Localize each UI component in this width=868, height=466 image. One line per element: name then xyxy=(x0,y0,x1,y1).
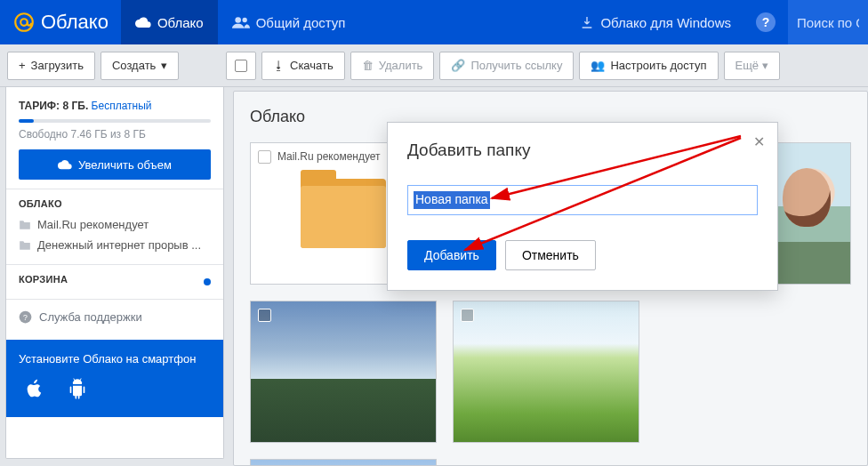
add-folder-modal: ✕ Добавить папку Новая папка Добавить От… xyxy=(387,122,778,291)
brand-text: Облако xyxy=(41,11,108,34)
modal-confirm-button[interactable]: Добавить xyxy=(407,240,496,270)
help-button[interactable]: ? xyxy=(756,12,776,32)
question-icon: ? xyxy=(19,310,32,324)
sidebar-trash-header: КОРЗИНА xyxy=(19,274,68,285)
share-settings-button[interactable]: 👥Настроить доступ xyxy=(579,52,718,80)
main-pane: Облако Mail.Ru рекомендует ✕ xyxy=(224,87,868,466)
delete-button[interactable]: 🗑Удалить xyxy=(350,52,435,80)
sidebar-item-label: Денежный интернет прорыв ... xyxy=(37,238,201,252)
at-icon xyxy=(12,11,36,34)
trash-icon: 🗑 xyxy=(362,59,374,72)
tile-checkbox[interactable] xyxy=(258,150,271,164)
modal-close-button[interactable]: ✕ xyxy=(749,132,768,151)
people-icon xyxy=(232,16,250,28)
download-windows-link[interactable]: Облако для Windows xyxy=(567,15,743,30)
folder-icon xyxy=(19,240,31,251)
search-input[interactable] xyxy=(797,15,859,30)
create-label: Создать xyxy=(112,59,156,72)
download-icon xyxy=(580,15,594,29)
upload-button[interactable]: +Загрузить xyxy=(7,52,95,80)
download-windows-label: Облако для Windows xyxy=(600,15,731,30)
tile-checkbox[interactable] xyxy=(461,309,474,322)
storage-bar xyxy=(19,119,211,123)
cloud-icon xyxy=(135,16,151,28)
more-button[interactable]: Ещё ▾ xyxy=(724,52,781,80)
tile-caption: Mail.Ru рекомендует xyxy=(277,150,381,163)
chevron-down-icon: ▾ xyxy=(762,59,768,72)
download-button[interactable]: ⭳Скачать xyxy=(261,52,345,80)
support-link[interactable]: ? Служба поддержки xyxy=(6,300,223,334)
share-label: Настроить доступ xyxy=(610,59,706,72)
upload-label: Загрузить xyxy=(31,59,84,72)
sidebar-cloud-header: ОБЛАКО xyxy=(19,198,211,209)
sidebar: ТАРИФ: 8 ГБ. Бесплатный Свободно 7.46 ГБ… xyxy=(5,87,224,459)
getlink-label: Получить ссылку xyxy=(470,59,562,72)
apple-icon[interactable] xyxy=(26,378,44,399)
plus-icon: + xyxy=(19,59,26,72)
tile-photo-coast[interactable] xyxy=(250,459,437,466)
nav-shared[interactable]: Общий доступ xyxy=(218,0,360,44)
chevron-down-icon: ▾ xyxy=(161,59,167,72)
tile-photo-field[interactable] xyxy=(453,301,639,443)
brand-logo[interactable]: Облако xyxy=(0,11,121,34)
svg-text:?: ? xyxy=(23,313,28,322)
top-nav-tabs: Облако Общий доступ xyxy=(121,0,360,44)
tariff-plan-link[interactable]: Бесплатный xyxy=(92,100,152,112)
sidebar-item-money[interactable]: Денежный интернет прорыв ... xyxy=(19,235,211,255)
svg-point-3 xyxy=(242,18,246,22)
android-icon[interactable] xyxy=(68,378,86,399)
tariff-block: ТАРИФ: 8 ГБ. Бесплатный Свободно 7.46 ГБ… xyxy=(6,87,223,189)
download-label: Скачать xyxy=(290,59,334,72)
search-wrapper xyxy=(788,0,868,44)
download-small-icon: ⭳ xyxy=(273,59,285,72)
more-label: Ещё xyxy=(735,59,760,72)
expand-storage-label: Увеличить объем xyxy=(78,158,172,172)
svg-point-0 xyxy=(15,13,33,31)
folder-icon xyxy=(301,179,386,248)
people-small-icon: 👥 xyxy=(591,59,605,72)
svg-point-2 xyxy=(235,17,241,23)
create-button[interactable]: Создать ▾ xyxy=(100,52,179,80)
delete-label: Удалить xyxy=(379,59,423,72)
select-all-checkbox[interactable] xyxy=(226,52,256,80)
modal-cancel-button[interactable]: Отменить xyxy=(505,240,596,270)
mobile-promo: Установите Облако на смартфон xyxy=(6,340,223,417)
modal-title: Добавить папку xyxy=(407,141,758,160)
nav-cloud[interactable]: Облако xyxy=(121,0,218,44)
sidebar-cloud-section: ОБЛАКО Mail.Ru рекомендует Денежный инте… xyxy=(6,189,223,265)
tariff-label: ТАРИФ: xyxy=(19,100,60,112)
cloud-icon xyxy=(58,159,72,170)
tile-photo-mountains[interactable] xyxy=(250,301,437,443)
free-space-text: Свободно 7.46 ГБ из 8 ГБ xyxy=(19,128,211,141)
tariff-size: 8 ГБ. xyxy=(62,100,88,112)
folder-icon xyxy=(19,220,31,230)
sidebar-item-label: Mail.Ru рекомендует xyxy=(37,218,149,231)
support-label: Служба поддержки xyxy=(39,310,142,324)
nav-shared-label: Общий доступ xyxy=(256,15,346,30)
svg-point-1 xyxy=(20,19,28,26)
sidebar-trash-section: КОРЗИНА xyxy=(6,265,223,300)
folder-name-input[interactable] xyxy=(407,185,758,215)
getlink-button[interactable]: 🔗Получить ссылку xyxy=(439,52,574,80)
toolbar: +Загрузить Создать ▾ ⭳Скачать 🗑Удалить 🔗… xyxy=(0,44,868,87)
link-icon: 🔗 xyxy=(451,59,465,72)
sidebar-item-recommended[interactable]: Mail.Ru рекомендует xyxy=(19,214,211,235)
trash-indicator-icon xyxy=(204,278,211,285)
top-navbar: Облако Облако Общий доступ Облако для Wi… xyxy=(0,0,868,44)
tile-checkbox[interactable] xyxy=(258,309,271,322)
expand-storage-button[interactable]: Увеличить объем xyxy=(19,149,211,180)
promo-text: Установите Облако на смартфон xyxy=(19,352,211,366)
nav-cloud-label: Облако xyxy=(157,15,204,30)
